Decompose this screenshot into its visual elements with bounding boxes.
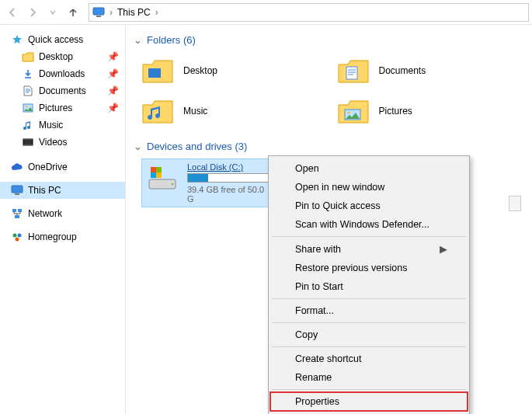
sidebar-network[interactable]: Network: [0, 205, 125, 222]
this-pc-icon: [92, 6, 105, 19]
folder-label: Documents: [379, 65, 426, 76]
svg-rect-8: [18, 209, 22, 212]
breadcrumb-separator-icon: ›: [155, 7, 158, 18]
sidebar-item-music[interactable]: Music: [0, 117, 125, 134]
sidebar-item-label: This PC: [28, 185, 61, 196]
up-button[interactable]: [64, 3, 82, 22]
sidebar-item-label: Homegroup: [28, 231, 77, 242]
pin-icon: 📌: [107, 85, 119, 96]
svg-point-10: [13, 234, 17, 238]
context-menu-item[interactable]: Create shortcut: [270, 350, 468, 368]
folders-section-header[interactable]: ⌄ Folders (6): [134, 34, 524, 46]
drive-title: Local Disk (C:): [187, 162, 273, 172]
context-menu-item[interactable]: Open in new window: [270, 178, 468, 197]
context-menu-item[interactable]: Properties: [270, 392, 468, 411]
folder-pictures[interactable]: Pictures: [337, 92, 525, 130]
network-icon: [11, 207, 23, 220]
submenu-arrow-icon: ▶: [440, 243, 447, 255]
svg-point-3: [26, 106, 27, 107]
sidebar-item-desktop[interactable]: Desktop 📌: [0, 48, 125, 65]
context-menu-item[interactable]: Scan with Windows Defender...: [270, 215, 468, 234]
context-menu-item[interactable]: Copy: [270, 325, 468, 344]
address-bar[interactable]: › This PC ›: [89, 3, 529, 22]
separator: [272, 236, 466, 237]
svg-point-11: [18, 234, 22, 238]
chevron-down-icon: ⌄: [134, 141, 142, 152]
sidebar-item-label: Videos: [39, 137, 67, 148]
context-menu-item[interactable]: Pin to Start: [270, 277, 468, 296]
sidebar-homegroup[interactable]: Homegroup: [0, 228, 125, 245]
picture-icon: [22, 102, 34, 114]
drives-section-header[interactable]: ⌄ Devices and drives (3): [134, 141, 524, 152]
pin-icon: 📌: [107, 103, 119, 113]
context-menu-item[interactable]: Restore previous versions: [270, 259, 468, 277]
separator: [272, 322, 466, 323]
sidebar-item-label: Network: [28, 208, 62, 219]
sidebar-item-label: Quick access: [28, 34, 83, 45]
drive-usage-bar: [187, 173, 273, 183]
sidebar-item-label: Desktop: [39, 51, 73, 62]
recent-dropdown[interactable]: [43, 3, 62, 22]
sidebar-this-pc[interactable]: This PC: [0, 182, 125, 199]
svg-rect-4: [23, 139, 33, 145]
navigation-pane: Quick access Desktop 📌 Downloads 📌 Docum…: [0, 25, 126, 414]
svg-rect-23: [156, 172, 162, 178]
folder-label: Music: [183, 106, 207, 117]
svg-rect-5: [12, 186, 23, 193]
sidebar-item-label: Downloads: [39, 68, 85, 79]
sidebar-item-videos[interactable]: Videos: [0, 134, 125, 151]
horizontal-scrollbar[interactable]: [509, 196, 521, 211]
sidebar-item-label: Music: [39, 120, 63, 130]
breadcrumb[interactable]: This PC: [117, 7, 151, 18]
drive-local-disk-c[interactable]: Local Disk (C:) 39.4 GB free of 50.0 G: [141, 158, 273, 207]
context-menu-item[interactable]: Open: [270, 159, 468, 178]
sidebar-item-downloads[interactable]: Downloads 📌: [0, 65, 125, 82]
folder-desktop[interactable]: Desktop: [141, 52, 329, 89]
svg-point-16: [347, 111, 349, 113]
svg-point-18: [172, 183, 174, 186]
svg-rect-21: [156, 167, 162, 172]
folder-icon: [141, 55, 174, 86]
context-menu-item[interactable]: Pin to Quick access: [270, 197, 468, 215]
sidebar-quick-access[interactable]: Quick access: [0, 31, 125, 48]
music-icon: [22, 119, 34, 131]
svg-rect-1: [96, 16, 101, 17]
sidebar-onedrive[interactable]: OneDrive: [0, 158, 125, 176]
drive-free-space: 39.4 GB free of 50.0 G: [187, 185, 273, 204]
svg-rect-9: [15, 215, 19, 218]
folder-documents[interactable]: Documents: [337, 52, 525, 89]
star-icon: [11, 33, 23, 46]
sidebar-item-documents[interactable]: Documents 📌: [0, 82, 125, 99]
homegroup-icon: [11, 231, 23, 243]
separator: [272, 346, 466, 347]
folder-icon: [337, 55, 370, 86]
back-button[interactable]: [3, 3, 22, 22]
sidebar-item-pictures[interactable]: Pictures 📌: [0, 99, 125, 117]
context-menu: OpenOpen in new windowPin to Quick acces…: [268, 155, 470, 414]
svg-rect-14: [346, 67, 357, 79]
document-icon: [22, 85, 34, 97]
svg-rect-20: [151, 167, 156, 172]
svg-rect-7: [12, 209, 16, 212]
folder-icon: [141, 96, 174, 127]
sidebar-item-label: Documents: [39, 85, 86, 96]
pin-icon: 📌: [107, 51, 119, 62]
separator: [272, 298, 466, 299]
svg-rect-22: [151, 172, 156, 178]
context-menu-item[interactable]: Rename: [270, 368, 468, 387]
svg-rect-0: [93, 8, 104, 15]
drive-icon: [147, 162, 178, 193]
separator: [272, 389, 466, 390]
forward-button[interactable]: [23, 3, 42, 22]
folder-icon: [337, 96, 370, 127]
folder-label: Pictures: [379, 106, 412, 117]
cloud-icon: [11, 161, 23, 173]
folder-label: Desktop: [183, 65, 217, 76]
video-icon: [22, 136, 34, 148]
context-menu-item[interactable]: Format...: [270, 301, 468, 320]
this-pc-icon: [11, 184, 23, 197]
navigation-toolbar: › This PC ›: [0, 0, 532, 25]
context-menu-item[interactable]: Share with▶: [270, 239, 468, 259]
svg-rect-13: [148, 68, 161, 78]
folder-music[interactable]: Music: [141, 92, 329, 130]
